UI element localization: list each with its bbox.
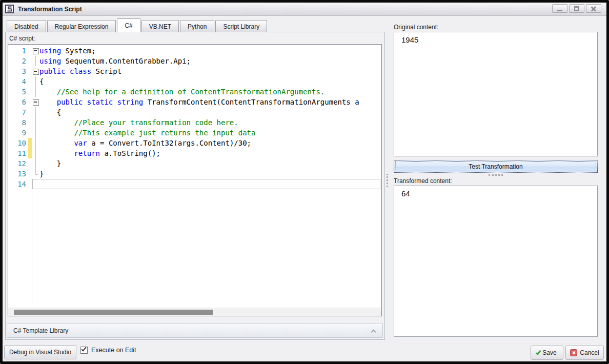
code-lines: 1using System;2using Sequentum.ContentGr… (8, 45, 381, 308)
change-bar-empty (28, 158, 32, 169)
code-text: //This example just returns the input da… (39, 128, 381, 138)
change-bar-empty (28, 87, 32, 97)
change-bar-empty (28, 46, 32, 56)
fold-collapse-icon[interactable] (32, 66, 39, 76)
fold-collapse-icon[interactable] (32, 97, 39, 107)
change-bar-empty (28, 169, 32, 179)
minimize-button[interactable] (552, 4, 567, 13)
template-library-label: C# Template Library (13, 327, 68, 334)
transformed-content-box[interactable]: 64 (394, 186, 598, 337)
change-bar (28, 148, 32, 158)
fold-guide (32, 169, 39, 179)
scrollbar-thumb[interactable] (14, 310, 213, 315)
tab-c[interactable]: C# (117, 18, 140, 32)
test-transformation-button[interactable]: Test Transformation (394, 160, 598, 173)
code-line[interactable]: 5 //See help for a definition of Content… (8, 87, 381, 97)
line-number: 13 (8, 169, 28, 179)
line-number: 12 (8, 158, 28, 169)
change-bar-empty (28, 76, 32, 87)
tab-python[interactable]: Python (180, 20, 214, 32)
fold-guide (32, 179, 39, 189)
code-line[interactable]: 1using System; (8, 46, 381, 56)
code-line[interactable]: 9 //This example just returns the input … (8, 128, 381, 138)
code-line[interactable]: 3public class Script (8, 66, 381, 76)
transformed-content-label: Transformed content: (394, 177, 452, 185)
tab-regular-expression[interactable]: Regular Expression (47, 20, 116, 32)
code-text: { (39, 76, 381, 87)
window-title: Transformation Script (18, 6, 82, 13)
change-bar-empty (28, 128, 32, 138)
code-line[interactable]: 6 public static string TransformContent(… (8, 97, 381, 107)
code-text: { (39, 107, 381, 117)
gutter-separator (32, 45, 32, 308)
line-number: 2 (8, 56, 28, 66)
line-number: 14 (8, 179, 28, 189)
line-number: 11 (8, 148, 28, 158)
fold-guide (32, 76, 39, 87)
template-library-header[interactable]: C# Template Library (7, 323, 383, 338)
code-text: public class Script (39, 66, 381, 76)
code-text: return a.ToString(); (39, 148, 381, 158)
window-controls (552, 4, 601, 13)
code-line[interactable]: 11 return a.ToString(); (8, 148, 381, 158)
code-line[interactable]: 2using Sequentum.ContentGrabber.Api; (8, 56, 381, 66)
fold-collapse-icon[interactable] (32, 46, 39, 56)
execute-on-edit-label: Execute on Edit (91, 347, 136, 354)
original-content-box[interactable]: 1945 (394, 32, 598, 156)
fold-guide (32, 138, 39, 148)
tab-vb-net[interactable]: VB.NET (141, 20, 179, 32)
test-transformation-label: Test Transformation (469, 163, 522, 170)
tab-strip: DisabledRegular ExpressionC#VB.NETPython… (7, 18, 268, 32)
code-text: using Sequentum.ContentGrabber.Api; (39, 56, 381, 66)
tab-script-library[interactable]: Script Library (215, 20, 267, 32)
minimize-icon (557, 10, 562, 11)
fold-guide (32, 107, 39, 117)
checkmark-icon (81, 346, 86, 352)
tab-disabled[interactable]: Disabled (7, 20, 46, 32)
code-line[interactable]: 4{ (8, 76, 381, 87)
code-line[interactable]: 7 { (8, 107, 381, 117)
maximize-button[interactable] (569, 4, 584, 13)
code-text: //See help for a definition of ContentTr… (39, 87, 381, 97)
transformation-script-dialog: Transformation Script DisabledRegular Ex… (0, 0, 609, 364)
execute-on-edit-checkbox[interactable] (80, 347, 88, 354)
change-bar-empty (28, 117, 32, 128)
vertical-splitter-grip[interactable] (387, 174, 388, 187)
original-content-value: 1945 (401, 35, 418, 44)
code-editor[interactable]: 1using System;2using Sequentum.ContentGr… (8, 44, 382, 316)
code-line[interactable]: 8 //Place your transformation code here. (8, 117, 381, 128)
script-tab-page: C# script: 1using System;2using Sequentu… (5, 32, 385, 340)
line-number: 8 (8, 117, 28, 128)
code-text: } (39, 169, 381, 179)
fold-guide (32, 87, 39, 97)
code-line[interactable]: 10 var a = Convert.ToInt32(args.Content)… (8, 138, 381, 148)
code-text: using System; (39, 46, 381, 56)
cancel-button[interactable]: Cancel (565, 346, 604, 360)
line-number: 1 (8, 46, 28, 56)
chevron-up-icon (371, 330, 376, 335)
code-text: var a = Convert.ToInt32(args.Content)/30… (39, 138, 381, 148)
line-number: 10 (8, 138, 28, 148)
change-bar (28, 138, 32, 148)
editor-label: C# script: (9, 35, 35, 42)
close-icon (591, 6, 597, 11)
code-text: } (39, 158, 381, 169)
horizontal-splitter-grip[interactable] (489, 174, 503, 176)
horizontal-scrollbar[interactable] (8, 308, 381, 316)
close-button[interactable] (586, 4, 601, 13)
save-button[interactable]: Save (531, 346, 563, 360)
change-bar-empty (28, 179, 32, 189)
code-line[interactable]: 12 } (8, 158, 381, 169)
fold-guide (32, 56, 39, 66)
code-text: public static string TransformContent(Co… (39, 97, 381, 107)
code-line[interactable]: 13} (8, 169, 381, 179)
maximize-icon (574, 6, 579, 11)
change-bar-empty (28, 66, 32, 76)
save-check-icon (536, 349, 541, 355)
line-number: 6 (8, 97, 28, 107)
debug-in-visual-studio-button[interactable]: Debug in Visual Studio (4, 345, 76, 359)
code-line[interactable]: 14 (8, 179, 381, 189)
cancel-x-icon (570, 349, 577, 356)
fold-guide (32, 148, 39, 158)
cancel-button-label: Cancel (580, 349, 599, 356)
